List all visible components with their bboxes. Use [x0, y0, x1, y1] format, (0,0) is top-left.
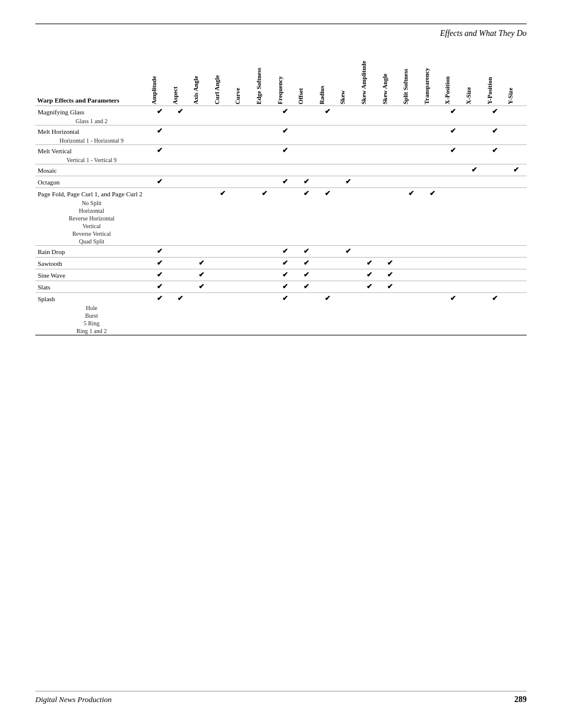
sub-item-row: Burst	[35, 312, 527, 319]
check-cell	[359, 145, 380, 157]
check-cell	[317, 281, 338, 293]
empty-cell	[422, 304, 443, 312]
checkmark: ✔	[157, 294, 163, 302]
empty-cell	[212, 304, 233, 312]
col-header-x-position: X-Position	[442, 50, 464, 106]
checkmark: ✔	[282, 294, 288, 302]
check-cell	[338, 269, 359, 281]
col-header-y-position: Y-Position	[485, 50, 506, 106]
check-cell	[401, 145, 422, 157]
check-cell: ✔	[485, 293, 506, 305]
empty-cell	[275, 304, 296, 312]
empty-cell	[149, 199, 170, 207]
empty-cell	[401, 156, 422, 164]
check-cell: ✔	[296, 258, 317, 269]
check-cell	[380, 145, 401, 157]
empty-cell	[359, 327, 380, 335]
check-cell	[233, 281, 254, 293]
empty-cell	[296, 238, 317, 246]
check-cell	[317, 258, 338, 269]
check-cell	[442, 164, 464, 176]
check-cell: ✔	[275, 293, 296, 305]
empty-cell	[296, 327, 317, 335]
sub-item-row: Vertical 1 - Vertical 9	[35, 156, 527, 164]
check-cell: ✔	[359, 269, 380, 281]
col-header-radius: Radius	[317, 50, 338, 106]
check-cell: ✔	[296, 176, 317, 188]
col-header-skew: Skew	[338, 50, 359, 106]
table-row: Magnifying Glass✔✔✔✔✔✔	[35, 106, 527, 118]
empty-cell	[233, 207, 254, 215]
empty-cell	[485, 319, 506, 327]
sub-item-row: Reverse Vertical	[35, 230, 527, 238]
check-cell: ✔	[275, 145, 296, 157]
check-cell	[191, 106, 212, 118]
empty-cell	[233, 312, 254, 319]
check-cell	[149, 188, 170, 200]
col-header-axis-angle: Axis Angle	[191, 50, 212, 106]
checkmark: ✔	[429, 189, 435, 197]
empty-cell	[485, 199, 506, 207]
empty-cell	[212, 312, 233, 319]
empty-cell	[212, 199, 233, 207]
empty-cell	[422, 207, 443, 215]
empty-cell	[359, 199, 380, 207]
sub-item-text: Reverse Horizontal	[35, 215, 149, 222]
check-cell: ✔	[275, 269, 296, 281]
checkmark: ✔	[282, 107, 288, 116]
table-row: Mosaic✔✔	[35, 164, 527, 176]
check-cell	[233, 246, 254, 258]
check-cell	[401, 269, 422, 281]
check-cell	[191, 176, 212, 188]
check-cell	[149, 164, 170, 176]
empty-cell	[170, 222, 191, 230]
check-cell	[212, 106, 233, 118]
sub-item-text: 5 Ring	[35, 319, 149, 327]
empty-cell	[401, 199, 422, 207]
check-cell	[254, 258, 275, 269]
sub-item-text: Quad Split	[35, 238, 149, 246]
checkmark: ✔	[282, 259, 288, 267]
empty-cell	[275, 207, 296, 215]
check-cell	[254, 293, 275, 305]
empty-cell	[401, 319, 422, 327]
empty-cell	[275, 137, 296, 145]
empty-cell	[442, 222, 464, 230]
col-header-split-softness: Split Softness	[401, 50, 422, 106]
top-rule	[35, 24, 527, 24]
empty-cell	[275, 117, 296, 126]
empty-cell	[254, 312, 275, 319]
checkmark: ✔	[282, 146, 288, 154]
check-cell	[422, 269, 443, 281]
check-cell	[505, 246, 527, 258]
checkmark: ✔	[325, 189, 330, 197]
effect-name: Slats	[35, 281, 149, 293]
table-row: Rain Drop✔✔✔✔	[35, 246, 527, 258]
empty-cell	[212, 137, 233, 145]
check-cell	[233, 188, 254, 200]
empty-cell	[170, 230, 191, 238]
check-cell: ✔	[191, 258, 212, 269]
col-header-transparency: Transparency	[422, 50, 443, 106]
empty-cell	[442, 156, 464, 164]
check-cell: ✔	[359, 258, 380, 269]
empty-cell	[338, 156, 359, 164]
checkmark: ✔	[325, 107, 330, 116]
empty-cell	[422, 327, 443, 335]
empty-cell	[275, 215, 296, 222]
check-cell	[254, 145, 275, 157]
empty-cell	[485, 117, 506, 126]
empty-cell	[422, 319, 443, 327]
col-header-aspect: Aspect	[170, 50, 191, 106]
empty-cell	[359, 207, 380, 215]
empty-cell	[233, 222, 254, 230]
effect-name: Mosaic	[35, 164, 149, 176]
check-cell: ✔	[275, 126, 296, 137]
empty-cell	[149, 117, 170, 126]
empty-cell	[464, 117, 485, 126]
check-cell	[422, 258, 443, 269]
empty-cell	[442, 304, 464, 312]
col-header-frequency: Frequency	[275, 50, 296, 106]
empty-cell	[296, 230, 317, 238]
check-cell	[317, 145, 338, 157]
